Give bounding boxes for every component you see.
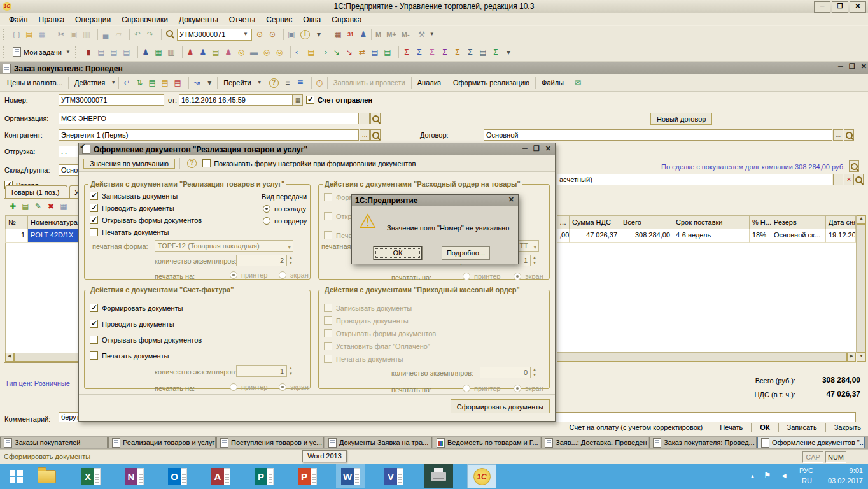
customer-basket-icon[interactable]: ♟ — [222, 46, 235, 58]
organization-field[interactable]: МСК ЭНЕРГО — [59, 113, 359, 124]
columns-settings-icon[interactable]: ≣ — [294, 77, 307, 89]
menu-reports[interactable]: Отчеты — [229, 15, 255, 24]
printer-app-icon[interactable] — [424, 464, 453, 488]
memory-plus-button[interactable]: M+ — [384, 31, 399, 38]
number-field[interactable]: УТМЗ0000071 — [59, 94, 164, 106]
contract-open-icon[interactable] — [844, 129, 854, 141]
toolbar-grip[interactable] — [3, 46, 8, 58]
goto-button[interactable]: Перейти — [219, 79, 256, 87]
excel-icon[interactable]: X — [76, 464, 106, 488]
undo-icon[interactable]: ↶ — [131, 29, 144, 40]
print-preview-icon[interactable]: ▱ — [112, 29, 125, 40]
spinner-arrows-icon[interactable] — [287, 255, 295, 266]
open-forms-checkbox[interactable]: Открывать формы документов — [324, 329, 436, 337]
calendar-icon[interactable]: 31 — [344, 29, 357, 40]
print-invoice-icon[interactable]: ▤ — [108, 46, 120, 58]
advance-report-icon[interactable]: ▤ — [368, 46, 381, 58]
window-tab-document-registration[interactable]: Оформление документов "... — [757, 437, 865, 448]
copies-spinner[interactable]: 1 — [236, 365, 287, 377]
add-row-icon[interactable]: ✚ — [6, 201, 19, 212]
dropdown-arrow-icon[interactable]: ▾ — [312, 29, 325, 40]
row-number-cell[interactable]: 1 — [5, 229, 28, 243]
screen-radio[interactable]: экран — [279, 383, 309, 391]
window-tab-receipts[interactable]: Поступления товаров и ус... — [216, 437, 324, 448]
copy-window-icon[interactable]: ▣ — [285, 29, 298, 40]
planned-receipts-icon[interactable]: Σ — [438, 46, 451, 58]
open-forms-checkbox[interactable]: Открывать формы документов — [90, 216, 202, 224]
toolbar-grip[interactable] — [3, 29, 8, 40]
help-icon[interactable]: ? — [269, 78, 279, 88]
col-vat-sum[interactable]: Сумма НДС — [570, 215, 620, 229]
invoice-sent-checkbox[interactable]: Счет отправлен — [306, 96, 372, 104]
register-sale-button[interactable]: Оформить реализацию — [449, 79, 534, 87]
goto-dropdown-icon[interactable]: ▼ — [256, 78, 263, 88]
language-indicator[interactable]: РУС — [799, 467, 813, 474]
search-input[interactable]: УТМЗ0000071 ▼ — [177, 29, 252, 41]
col-delivery-term[interactable]: Срок поставки — [673, 215, 750, 229]
window-tab-customer-order[interactable]: Заказ покупателя: Провед... — [649, 437, 757, 448]
print-form-combo[interactable]: ТОРГ-12 (Товарная накладная) — [155, 240, 293, 252]
contractors-icon[interactable]: ♟ — [139, 46, 152, 58]
outlook-icon[interactable]: O — [163, 464, 192, 488]
funds-summary-icon[interactable]: Σ — [464, 46, 477, 58]
language-indicator-short[interactable]: RU — [802, 477, 812, 485]
form-documents-checkbox[interactable]: Формировать документы — [90, 304, 183, 312]
reconciliation-icon[interactable]: Σ — [489, 46, 502, 58]
file-explorer-icon[interactable] — [32, 464, 61, 488]
bank-icon[interactable]: ▬ — [248, 46, 260, 58]
show-settings-checkbox[interactable] — [202, 159, 211, 167]
tray-expand-icon[interactable]: ▲ — [750, 473, 755, 479]
payment-document-icon[interactable]: ▤ — [305, 46, 318, 58]
cell-total[interactable]: 308 284,00 — [620, 229, 673, 243]
planned-payments-icon[interactable]: Σ — [451, 46, 464, 58]
col-vat-percent[interactable]: % Н... — [750, 215, 771, 229]
screen-radio[interactable]: экран — [514, 385, 543, 392]
cell-removal-date[interactable]: 19.12.201 — [826, 229, 856, 243]
cash-register-icon[interactable]: ▥ — [165, 46, 178, 58]
scroll-right-icon[interactable]: ▶ — [847, 353, 856, 362]
open-document-icon[interactable]: ▤ — [23, 29, 36, 40]
paste-icon[interactable]: ▥ — [80, 29, 93, 40]
post-documents-checkbox[interactable]: Проводить документы — [90, 204, 174, 212]
close-button[interactable]: ✕ — [850, 1, 866, 13]
message-ok-button[interactable]: ОК — [374, 246, 422, 260]
person-debt-icon[interactable]: Σ — [426, 46, 438, 58]
post-documents-checkbox[interactable]: Проводить документы — [90, 320, 174, 328]
contract-field[interactable]: Основной — [484, 129, 832, 141]
expense-payment-icon[interactable]: ↘ — [343, 46, 356, 58]
print-documents-checkbox[interactable]: Печатать документы — [90, 228, 169, 236]
cash-in-icon[interactable]: ◎ — [260, 46, 273, 58]
col-nomenclature[interactable]: Номенклатура — [28, 215, 78, 229]
dialog-minimize-icon[interactable]: ─ — [522, 145, 528, 153]
actions-button[interactable]: Действия — [70, 79, 109, 87]
tasks-dropdown-icon[interactable]: ▼ — [64, 47, 72, 57]
printer-radio[interactable]: принтер — [463, 385, 500, 392]
restore-button[interactable]: ❐ — [832, 1, 848, 13]
message-box-close-icon[interactable]: ✕ — [508, 195, 514, 204]
clock-date[interactable]: 03.02.2017 — [821, 477, 863, 485]
by-warehouse-radio[interactable]: по складу — [263, 205, 306, 213]
prices-currency-button[interactable]: Цены и валюта... — [3, 79, 67, 87]
start-button[interactable] — [1, 464, 31, 488]
row-nomenclature-cell[interactable]: POLT 42D/1X — [28, 229, 78, 243]
customer-debt-icon[interactable]: Σ — [400, 46, 413, 58]
organization-select-button[interactable]: … — [360, 113, 370, 124]
fill-and-post-button[interactable]: Заполнить и провести — [329, 79, 410, 87]
spinner-arrows-icon[interactable] — [287, 365, 295, 377]
new-document-icon[interactable]: ▢ — [10, 29, 23, 40]
new-contract-button[interactable]: Новый договор — [650, 113, 712, 125]
print-documents-checkbox[interactable]: Печатать документы — [90, 351, 169, 360]
copies-spinner[interactable]: 0 — [480, 367, 531, 378]
search-icon[interactable] — [163, 29, 176, 40]
col-number[interactable]: № — [5, 215, 28, 229]
menu-service[interactable]: Сервис — [266, 15, 292, 24]
cell-delivery-term[interactable]: 4-6 недель — [673, 229, 750, 243]
exchange-icon[interactable]: ⇄ — [356, 46, 368, 58]
refresh-post-icon[interactable]: ⇅ — [133, 77, 146, 89]
my-tasks-button[interactable]: Мои задачи ▼ — [10, 45, 74, 59]
search-dropdown-icon[interactable]: ▼ — [242, 29, 249, 39]
menu-windows[interactable]: Окна — [303, 15, 321, 24]
print-icon[interactable]: ▄ — [99, 29, 112, 40]
open-forms-checkbox[interactable]: Открывать формы документов — [90, 336, 202, 344]
scroll-left-icon[interactable]: ◀ — [5, 353, 14, 362]
